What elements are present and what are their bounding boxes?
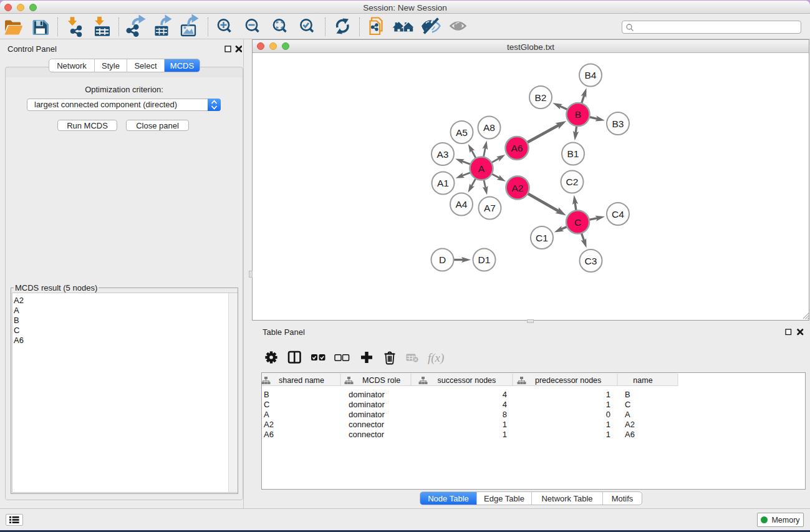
svg-text:D: D <box>439 254 446 265</box>
svg-text:1: 1 <box>503 420 507 429</box>
svg-text:A2: A2 <box>512 183 524 193</box>
svg-text:0: 0 <box>606 410 610 419</box>
svg-text:4: 4 <box>503 400 507 409</box>
svg-text:A2: A2 <box>264 420 274 429</box>
svg-text:connector: connector <box>349 430 385 439</box>
svg-text:1: 1 <box>606 430 610 439</box>
svg-text:f(x): f(x) <box>428 351 444 365</box>
svg-text:dominator: dominator <box>349 400 385 409</box>
svg-text:C: C <box>574 217 581 228</box>
svg-text:A8: A8 <box>483 122 495 133</box>
svg-text:B4: B4 <box>585 70 597 80</box>
svg-text:8: 8 <box>503 410 507 419</box>
svg-text:A7: A7 <box>484 203 496 213</box>
svg-text:MCDS role: MCDS role <box>362 376 400 385</box>
svg-text:1: 1 <box>606 400 610 409</box>
svg-text:C2: C2 <box>566 177 579 187</box>
svg-text:A: A <box>264 410 269 419</box>
svg-text:A6: A6 <box>625 430 635 439</box>
svg-text:4: 4 <box>503 390 507 399</box>
svg-text:A: A <box>478 163 485 174</box>
svg-text:A3: A3 <box>437 149 449 160</box>
svg-text:C1: C1 <box>536 233 548 243</box>
svg-text:A2: A2 <box>625 420 635 429</box>
svg-text:1: 1 <box>503 430 507 439</box>
svg-text:dominator: dominator <box>349 410 385 419</box>
svg-text:predecessor nodes: predecessor nodes <box>535 376 601 385</box>
svg-text:D1: D1 <box>478 254 491 265</box>
svg-text:B1: B1 <box>567 148 579 159</box>
svg-text:C3: C3 <box>585 256 597 266</box>
svg-text:successor nodes: successor nodes <box>438 376 496 385</box>
svg-text:A4: A4 <box>456 199 468 210</box>
svg-text:A1: A1 <box>437 178 449 188</box>
svg-text:B3: B3 <box>612 118 624 129</box>
svg-text:1: 1 <box>606 420 610 429</box>
svg-text:A: A <box>625 410 630 419</box>
svg-text:B: B <box>625 390 630 399</box>
svg-text:connector: connector <box>349 420 385 429</box>
svg-text:C4: C4 <box>612 209 624 220</box>
svg-text:name: name <box>633 376 652 385</box>
svg-text:B: B <box>264 390 269 399</box>
svg-text:A6: A6 <box>264 430 274 439</box>
svg-text:B2: B2 <box>535 92 547 103</box>
svg-text:dominator: dominator <box>349 390 385 399</box>
svg-text:A6: A6 <box>511 143 523 153</box>
svg-text:1: 1 <box>606 390 610 399</box>
svg-text:shared name: shared name <box>279 376 324 385</box>
svg-text:C: C <box>625 400 630 409</box>
svg-text:C: C <box>264 400 269 409</box>
svg-text:A5: A5 <box>456 127 468 138</box>
svg-text:B: B <box>575 109 581 120</box>
